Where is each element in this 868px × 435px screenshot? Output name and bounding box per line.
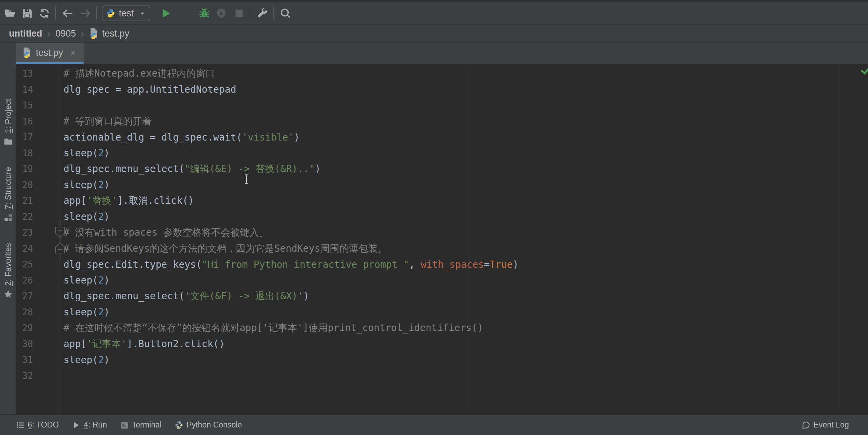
code-line[interactable]: 27dlg_spec.menu_select('文件(&F) -> 退出(&X)… [16,288,853,304]
breadcrumb-item-folder[interactable]: 0905 [55,28,76,39]
code-line[interactable]: 30app['记事本'].Button2.click() [16,336,853,352]
settings-button[interactable] [256,7,268,19]
code-text[interactable]: # 在这时候不清楚“不保存”的按钮名就对app['记事本']使用print_co… [59,321,483,334]
structure-icon [3,213,13,222]
search-icon [279,7,292,19]
code-text[interactable]: # 没有with_spaces 参数空格将不会被键入。 [59,226,268,239]
code-line[interactable]: 23# 没有with_spaces 参数空格将不会被键入。 [16,225,853,241]
code-line[interactable]: 15 [16,97,853,114]
sidebar-item-favorites[interactable]: 2: Favorites [3,243,14,299]
code-text[interactable]: actionable_dlg = dlg_spec.wait('visible'… [59,132,300,143]
code-text[interactable]: app['替换'].取消.click() [59,194,194,207]
todo-list-icon [16,421,25,430]
statusbar-run[interactable]: 4: Run [72,420,107,430]
code-text[interactable]: # 请参阅SendKeys的这个方法的文档，因为它是SendKeys周围的薄包装… [59,242,387,255]
line-number[interactable]: 18 [16,148,59,158]
python-file-icon [89,28,99,39]
statusbar-todo[interactable]: 6: TODO [16,420,59,430]
code-line[interactable]: 20sleep(2) [16,177,853,193]
code-text[interactable]: # 等到窗口真的开着 [59,115,152,128]
line-number[interactable]: 13 [16,68,59,79]
code-line[interactable]: 26sleep(2) [16,273,853,289]
toolbar-separator [55,6,56,20]
back-arrow-icon [61,7,74,19]
fold-region-markers[interactable] [54,218,68,262]
synchronize-button[interactable] [38,7,51,19]
search-everywhere-button[interactable] [279,7,292,19]
code-line[interactable]: 31sleep(2) [16,352,853,368]
sidebar-item-structure[interactable]: 7: Structure [3,167,14,222]
code-line[interactable]: 29# 在这时候不清楚“不保存”的按钮名就对app['记事本']使用print_… [16,320,853,336]
line-number[interactable]: 15 [16,100,59,110]
code-line[interactable]: 14dlg_spec = app.UntitledNotepad [16,82,853,98]
line-number[interactable]: 24 [16,243,59,254]
line-number[interactable]: 27 [16,291,59,301]
statusbar-python-console[interactable]: Python Console [175,420,242,430]
code-line[interactable]: 19dlg_spec.menu_select("编辑(&E) -> 替换(&R)… [16,161,853,177]
code-text[interactable]: dlg_spec.menu_select("编辑(&E) -> 替换(&R)..… [59,162,321,175]
terminal-icon [120,421,129,430]
code-line[interactable]: 28sleep(2) [16,304,853,320]
line-number[interactable]: 16 [16,116,59,127]
line-number[interactable]: 31 [16,355,59,365]
line-number[interactable]: 29 [16,323,59,333]
code-line[interactable]: 16# 等到窗口真的开着 [16,114,853,130]
code-text[interactable]: app['记事本'].Button2.click() [59,338,225,351]
open-file-button[interactable] [4,7,16,19]
close-icon[interactable]: × [71,48,76,57]
code-editor[interactable]: 13# 描述Notepad.exe进程内的窗口14dlg_spec = app.… [16,64,868,414]
text-ibeam-cursor [244,174,250,184]
open-folder-icon [4,7,16,19]
code-text[interactable]: dlg_spec.Edit.type_keys("Hi from Python … [59,259,519,270]
toolbar-separator [273,6,274,20]
code-text[interactable]: sleep(2) [59,275,110,286]
run-button[interactable] [160,7,172,19]
line-number[interactable]: 14 [16,84,59,95]
line-number[interactable]: 28 [16,307,59,317]
line-number[interactable]: 25 [16,259,59,269]
tab-test-py[interactable]: test.py × [16,43,84,64]
code-line[interactable]: 21app['替换'].取消.click() [16,193,853,209]
sidebar-item-project[interactable]: 1: Project [3,99,14,146]
run-configuration-select[interactable]: test [102,5,150,21]
line-number[interactable]: 26 [16,275,59,286]
code-text[interactable]: sleep(2) [59,147,110,159]
line-number[interactable]: 32 [16,371,59,381]
stop-button[interactable] [233,7,245,19]
line-number[interactable]: 23 [16,227,59,238]
code-line[interactable]: 24# 请参阅SendKeys的这个方法的文档，因为它是SendKeys周围的薄… [16,241,853,257]
code-text[interactable]: # 描述Notepad.exe进程内的窗口 [59,67,215,80]
breadcrumb-item-project[interactable]: untitled [9,28,42,39]
code-line[interactable]: 32 [16,368,853,384]
line-number[interactable]: 22 [16,212,59,222]
back-button[interactable] [61,7,74,19]
code-text[interactable]: sleep(2) [59,179,110,190]
code-line[interactable]: 18sleep(2) [16,145,853,161]
line-number[interactable]: 19 [16,164,59,174]
code-text[interactable]: dlg_spec.menu_select('文件(&F) -> 退出(&X)') [59,290,309,303]
statusbar-label: 4: Run [84,420,107,430]
line-number[interactable]: 30 [16,339,59,349]
statusbar-terminal[interactable]: Terminal [120,420,162,430]
forward-button[interactable] [79,7,92,19]
line-number[interactable]: 21 [16,196,59,206]
inspections-ok-icon[interactable] [861,67,868,75]
statusbar-event-log[interactable]: Event Log [801,420,849,430]
breadcrumb-item-file[interactable]: test.py [89,28,129,39]
code-line[interactable]: 22sleep(2) [16,209,853,225]
main-toolbar: test [0,2,868,25]
code-text[interactable]: dlg_spec = app.UntitledNotepad [59,84,236,95]
run-triangle-icon [72,421,81,430]
favorites-star-icon [3,289,13,299]
code-line[interactable]: 25dlg_spec.Edit.type_keys("Hi from Pytho… [16,256,853,273]
code-text[interactable]: sleep(2) [59,306,110,318]
code-text[interactable]: sleep(2) [59,354,110,366]
line-number[interactable]: 20 [16,180,59,190]
run-with-coverage-button[interactable] [215,7,228,19]
debug-button[interactable] [198,7,210,19]
save-all-button[interactable] [21,7,33,19]
code-line[interactable]: 17actionable_dlg = dlg_spec.wait('visibl… [16,129,853,145]
forward-arrow-icon [79,7,92,19]
line-number[interactable]: 17 [16,132,59,142]
code-line[interactable]: 13# 描述Notepad.exe进程内的窗口 [16,66,853,82]
